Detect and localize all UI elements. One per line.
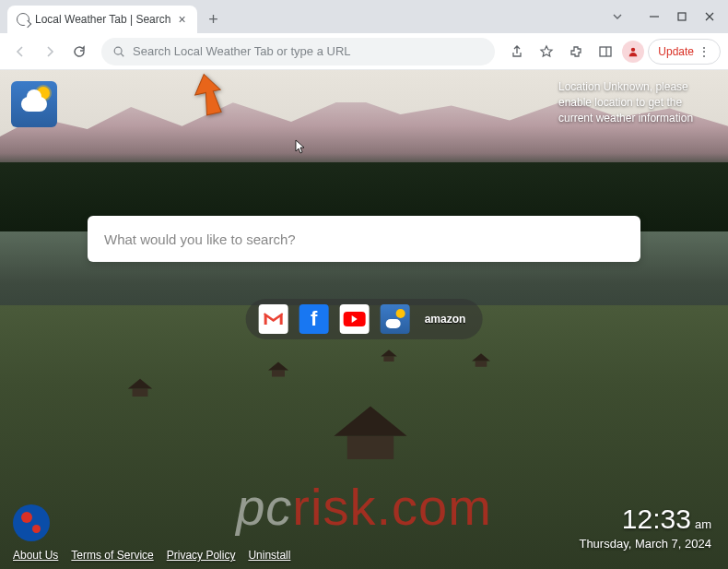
extensions-icon[interactable]: [563, 39, 589, 65]
clock: 12:33am Thursday, March 7, 2024: [579, 504, 711, 551]
footer-link-about[interactable]: About Us: [13, 549, 58, 562]
sidepanel-icon[interactable]: [593, 39, 618, 65]
quicklink-weather[interactable]: [381, 304, 410, 334]
footer-link-terms[interactable]: Terms of Service: [71, 549, 153, 562]
location-message: Location Unknown, please enable location…: [558, 79, 715, 125]
svg-rect-1: [678, 13, 686, 20]
omnibox-placeholder: Search Local Weather Tab or type a URL: [133, 44, 351, 58]
search-favicon-icon: [17, 13, 29, 26]
address-bar[interactable]: Search Local Weather Tab or type a URL: [101, 38, 495, 65]
minimize-button[interactable]: [641, 6, 667, 28]
search-box[interactable]: [88, 216, 640, 262]
quicklink-amazon[interactable]: amazon: [421, 304, 470, 334]
forward-button[interactable]: [37, 39, 63, 65]
bookmark-icon[interactable]: [534, 39, 559, 65]
quicklink-youtube[interactable]: [340, 304, 370, 334]
window-controls: [605, 6, 722, 28]
clock-date: Thursday, March 7, 2024: [579, 537, 711, 551]
footer-link-uninstall[interactable]: Uninstall: [248, 549, 290, 562]
svg-line-3: [121, 53, 123, 56]
update-button[interactable]: Update ⋮: [648, 39, 721, 65]
browser-toolbar: Search Local Weather Tab or type a URL U…: [0, 33, 728, 70]
quicklink-gmail[interactable]: [259, 304, 288, 334]
footer-badge-icon[interactable]: [13, 504, 50, 541]
tab-title: Local Weather Tab | Search: [35, 13, 170, 26]
update-label: Update: [658, 45, 694, 58]
profile-avatar[interactable]: [622, 41, 644, 63]
quicklink-facebook[interactable]: f: [299, 304, 329, 334]
browser-tab[interactable]: Local Weather Tab | Search ×: [7, 6, 197, 33]
back-button[interactable]: [7, 39, 33, 65]
annotation-arrow-icon: [190, 72, 227, 118]
maximize-button[interactable]: [669, 6, 695, 28]
search-icon: [112, 45, 125, 58]
close-window-button[interactable]: [697, 6, 722, 28]
footer-links: About Us Terms of Service Privacy Policy…: [13, 549, 290, 562]
reload-button[interactable]: [66, 39, 92, 65]
menu-dots-icon: ⋮: [698, 45, 710, 58]
svg-point-6: [631, 47, 635, 51]
quick-links-bar: f amazon: [246, 299, 483, 339]
footer-link-privacy[interactable]: Privacy Policy: [167, 549, 236, 562]
weather-logo-icon[interactable]: [11, 81, 57, 127]
new-tab-button[interactable]: +: [201, 6, 227, 32]
clock-time: 12:33am: [579, 504, 711, 535]
tab-search-icon[interactable]: [605, 6, 630, 28]
share-icon[interactable]: [504, 39, 530, 65]
titlebar: Local Weather Tab | Search × +: [0, 0, 728, 33]
svg-rect-4: [600, 47, 611, 56]
tab-close-icon[interactable]: ×: [176, 12, 187, 27]
page-content: Location Unknown, please enable location…: [0, 70, 728, 569]
search-input[interactable]: [104, 231, 624, 247]
svg-point-2: [114, 47, 122, 54]
